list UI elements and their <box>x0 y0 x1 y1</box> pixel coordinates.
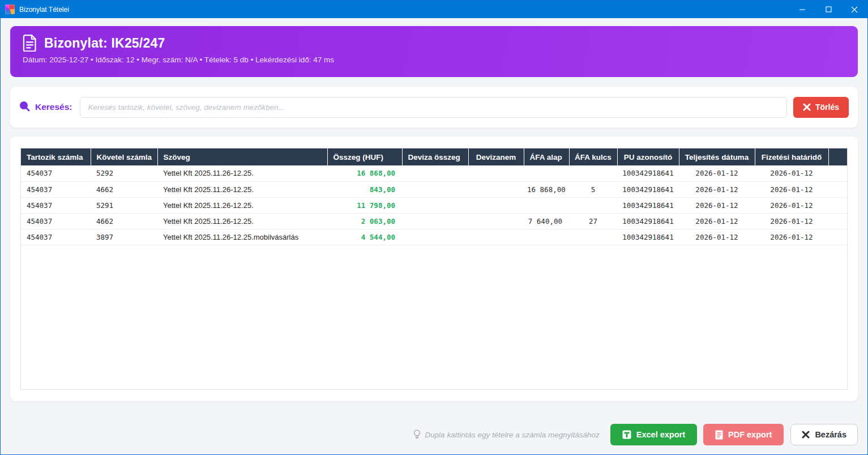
titlebar: Bizonylat Tételei <box>1 1 867 18</box>
table-cell <box>569 165 617 181</box>
table-cell: 454037 <box>21 165 91 181</box>
table-cell: 454037 <box>21 213 91 229</box>
search-input[interactable] <box>80 97 787 118</box>
lightbulb-icon <box>413 430 421 440</box>
items-table-card: Tartozik számlaKövetel számlaSzövegÖssze… <box>10 137 858 401</box>
table-cell: 100342918641 <box>617 181 679 197</box>
table-cell <box>402 213 468 229</box>
table-cell: 27 <box>569 213 617 229</box>
x-icon <box>802 431 810 439</box>
app-window: Bizonylat Tételei <box>0 0 868 455</box>
table-cell-spacer <box>828 181 848 197</box>
table-cell: 2026-01-12 <box>755 229 828 245</box>
table-cell: Yettel Kft 2025.11.26-12.25. <box>157 197 327 213</box>
table-cell <box>524 197 569 213</box>
table-header-row: Tartozik számlaKövetel számlaSzövegÖssze… <box>21 148 848 165</box>
table-cell: 2 063,00 <box>327 213 402 229</box>
table-cell <box>468 165 524 181</box>
table-cell: 3897 <box>91 229 157 245</box>
table-row[interactable]: 4540374662Yettel Kft 2025.11.26-12.25.2 … <box>21 213 848 229</box>
excel-export-button[interactable]: Excel export <box>610 424 697 445</box>
hint-text: Dupla kattintás egy tételre a számla meg… <box>413 430 599 440</box>
column-header-7[interactable]: ÁFA alap <box>524 148 569 165</box>
table-cell: 4662 <box>91 213 157 229</box>
table-row[interactable]: 4540374662Yettel Kft 2025.11.26-12.25.84… <box>21 181 848 197</box>
app-icon <box>5 5 15 14</box>
table-cell <box>402 181 468 197</box>
column-header-2[interactable]: Követel számla <box>91 148 157 165</box>
table-cell <box>402 197 468 213</box>
maximize-button[interactable] <box>815 1 841 18</box>
minimize-icon <box>799 6 806 13</box>
close-dialog-button[interactable]: Bezárás <box>790 424 858 445</box>
table-cell: 2026-01-12 <box>755 181 828 197</box>
table-cell: 4 544,00 <box>327 229 402 245</box>
table-cell: 2026-01-12 <box>679 213 755 229</box>
table-cell <box>524 165 569 181</box>
table-cell: 5292 <box>91 165 157 181</box>
minimize-button[interactable] <box>789 1 815 18</box>
table-cell: Yettel Kft 2025.11.26-12.25. <box>157 165 327 181</box>
table-cell <box>468 181 524 197</box>
table-cell <box>402 165 468 181</box>
close-dialog-label: Bezárás <box>815 430 846 439</box>
table-cell: 2026-01-12 <box>679 165 755 181</box>
table-cell <box>569 229 617 245</box>
pdf-export-label: PDF export <box>728 430 772 439</box>
table-cell: Yettel Kft 2025.11.26-12.25.mobilvásárlá… <box>157 229 327 245</box>
table-cell <box>468 197 524 213</box>
document-icon <box>23 35 37 52</box>
table-cell-spacer <box>828 229 848 245</box>
table-cell: Yettel Kft 2025.11.26-12.25. <box>157 213 327 229</box>
table-cell: 16 868,00 <box>524 181 569 197</box>
table-cell-spacer <box>828 165 848 181</box>
column-header-6[interactable]: Devizanem <box>468 148 524 165</box>
document-meta: Dátum: 2025-12-27 • Időszak: 12 • Megr. … <box>23 56 845 64</box>
close-button[interactable] <box>841 1 867 18</box>
table-cell: 100342918641 <box>617 213 679 229</box>
column-header-11[interactable]: Fizetési határidő <box>755 148 828 165</box>
table-cell: 16 868,00 <box>327 165 402 181</box>
pdf-export-button[interactable]: PDF export <box>703 424 784 445</box>
pdf-icon <box>715 430 723 440</box>
items-table: Tartozik számlaKövetel számlaSzövegÖssze… <box>20 148 848 390</box>
page-title: Bizonylat: IK25/247 <box>44 36 165 51</box>
column-header-5[interactable]: Deviza összeg <box>402 148 468 165</box>
table-cell: 4662 <box>91 181 157 197</box>
table-row[interactable]: 4540375292Yettel Kft 2025.11.26-12.25.16… <box>21 165 848 181</box>
clear-search-label: Törlés <box>815 103 839 112</box>
table-cell: 100342918641 <box>617 197 679 213</box>
table-row[interactable]: 4540373897Yettel Kft 2025.11.26-12.25.mo… <box>21 229 848 245</box>
table-cell: 454037 <box>21 181 91 197</box>
column-header-1[interactable]: Tartozik számla <box>21 148 91 165</box>
search-icon <box>19 101 30 114</box>
table-cell: 843,00 <box>327 181 402 197</box>
table-row[interactable]: 4540375291Yettel Kft 2025.11.26-12.25.11… <box>21 197 848 213</box>
search-bar: Keresés: Törlés <box>10 87 858 127</box>
table-cell: 11 798,00 <box>327 197 402 213</box>
excel-icon <box>622 430 631 439</box>
table-cell-spacer <box>828 213 848 229</box>
x-icon <box>803 103 811 111</box>
excel-export-label: Excel export <box>636 430 685 439</box>
table-cell <box>402 229 468 245</box>
window-title: Bizonylat Tételei <box>19 6 69 14</box>
column-header-9[interactable]: PU azonosító <box>617 148 679 165</box>
column-header-4[interactable]: Összeg (HUF) <box>327 148 402 165</box>
table-cell: 2026-01-12 <box>755 213 828 229</box>
table-cell: 2026-01-12 <box>755 165 828 181</box>
table-cell-spacer <box>828 197 848 213</box>
table-cell: 100342918641 <box>617 229 679 245</box>
table-cell: Yettel Kft 2025.11.26-12.25. <box>157 181 327 197</box>
table-cell <box>569 197 617 213</box>
column-header-3[interactable]: Szöveg <box>157 148 327 165</box>
column-header-10[interactable]: Teljesítés dátuma <box>679 148 755 165</box>
table-cell <box>468 213 524 229</box>
column-header-spacer <box>828 148 848 165</box>
table-cell <box>524 229 569 245</box>
column-header-8[interactable]: ÁFA kulcs <box>569 148 617 165</box>
document-header-card: Bizonylat: IK25/247 Dátum: 2025-12-27 • … <box>10 26 858 77</box>
table-cell <box>468 229 524 245</box>
close-icon <box>851 6 858 13</box>
clear-search-button[interactable]: Törlés <box>793 97 849 118</box>
